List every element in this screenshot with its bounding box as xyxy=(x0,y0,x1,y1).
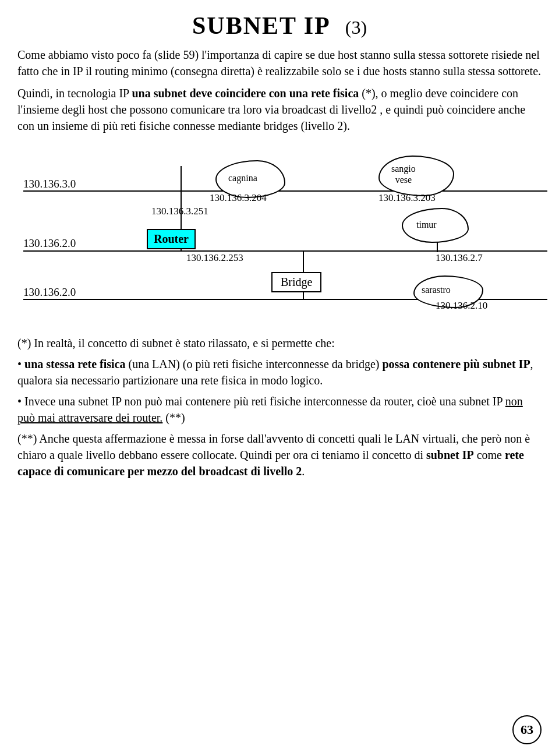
addr-sangio: 130.136.3.203 xyxy=(378,192,436,204)
cagnina-label: cagnina xyxy=(228,173,257,183)
sarastro-label: sarastro xyxy=(422,285,451,295)
footnote-para2-bold2: possa contenere più subnet IP xyxy=(382,358,530,370)
intro-para2-bold: una subnet deve coincidere con una rete … xyxy=(132,87,359,100)
addr-253: 130.136.2.253 xyxy=(186,252,243,264)
footnote-para3: • Invece una subnet IP non può mai conte… xyxy=(17,393,542,426)
intro-para2: Quindi, in tecnologia IP una subnet deve… xyxy=(17,85,542,134)
page-subtitle: (3) xyxy=(345,17,367,38)
addr-251: 130.136.3.251 xyxy=(151,206,208,217)
page-number: 63 xyxy=(512,715,542,744)
footnote-para1: (*) In realtà, il concetto di subnet è s… xyxy=(17,335,542,351)
footnote-para4-end: . xyxy=(302,465,305,478)
router-label: Router xyxy=(154,232,189,245)
net3-addr: 130.136.2.0 xyxy=(23,286,76,299)
footnote-para3-end: (**) xyxy=(162,411,185,424)
addr-cagnina: 130.136.3.204 xyxy=(210,192,267,204)
title-row: SUBNET IP (3) xyxy=(17,12,542,40)
footnote-para4-mid: come xyxy=(474,448,505,461)
network-diagram: cagnina sangiovese timur sarastro Router… xyxy=(17,143,542,329)
top-network-line xyxy=(23,190,547,192)
sangio-label: sangiovese xyxy=(391,163,416,185)
middle-network-line xyxy=(23,250,547,252)
net1-addr: 130.136.3.0 xyxy=(23,178,76,190)
net2-addr: 130.136.2.0 xyxy=(23,237,76,250)
footnote-para2-bold1: una stessa rete fisica xyxy=(24,358,126,370)
bridge-box: Bridge xyxy=(271,272,321,292)
sangio-cloud xyxy=(378,156,454,196)
footnote-para2-mid1: (una LAN) (o più reti fisiche interconne… xyxy=(126,358,383,370)
footnote-para4: (**) Anche questa affermazione è messa i… xyxy=(17,430,542,479)
bridge-label: Bridge xyxy=(281,275,312,288)
timur-label: timur xyxy=(416,220,437,230)
page-title: SUBNET IP xyxy=(192,12,331,39)
footnote-para2: • una stessa rete fisica (una LAN) (o pi… xyxy=(17,356,542,388)
footnote-section: (*) In realtà, il concetto di subnet è s… xyxy=(17,335,542,479)
footnote-para2-start: • xyxy=(17,358,24,370)
addr-sarastro: 130.136.2.10 xyxy=(436,300,487,312)
footnote-para4-bold1: subnet IP xyxy=(426,448,474,461)
intro-para2-start: Quindi, in tecnologia IP xyxy=(17,87,132,100)
bridge-vline-up xyxy=(303,250,304,274)
intro-para1: Come abbiamo visto poco fa (slide 59) l'… xyxy=(17,47,542,79)
addr-timur: 130.136.2.7 xyxy=(436,252,483,264)
router-box: Router xyxy=(147,229,196,249)
footnote-para3-start: • Invece una subnet IP non può mai conte… xyxy=(17,395,505,408)
